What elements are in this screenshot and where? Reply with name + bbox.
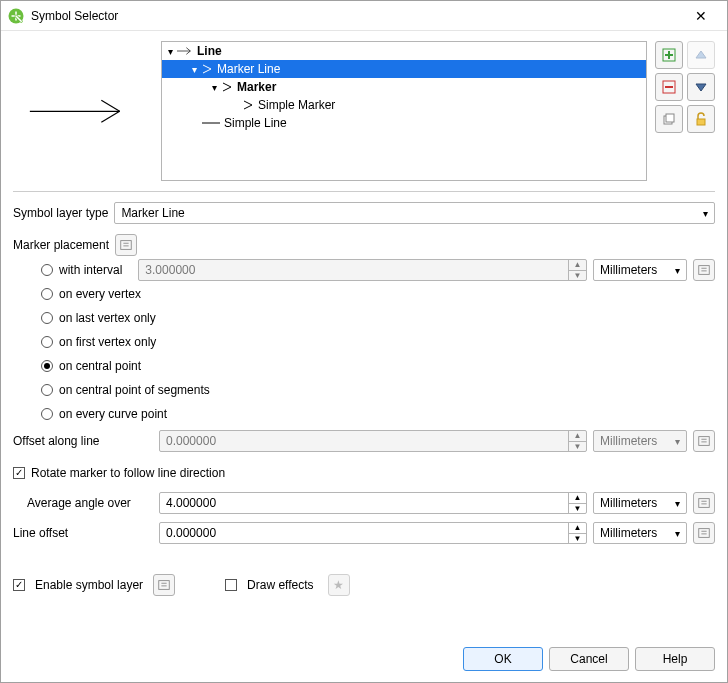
- line-offset-input[interactable]: ▲▼: [159, 522, 587, 544]
- chevron-down-icon: ▾: [212, 82, 217, 93]
- symbol-layer-type-value: Marker Line: [121, 206, 184, 220]
- radio-label: on central point of segments: [59, 383, 210, 397]
- tree-node-marker[interactable]: ▾ Marker: [162, 78, 646, 96]
- svg-rect-14: [699, 266, 710, 275]
- dropdown-icon: ▾: [675, 528, 680, 539]
- rotate-marker-checkbox[interactable]: ✓: [13, 467, 25, 479]
- symbol-layer-type-label: Symbol layer type: [13, 206, 108, 220]
- svg-rect-16: [699, 499, 710, 508]
- data-defined-button[interactable]: [693, 492, 715, 514]
- unit-value: Millimeters: [600, 526, 657, 540]
- spin-up[interactable]: ▲: [569, 431, 586, 441]
- chevron-down-icon: ▾: [168, 46, 173, 57]
- radio-label: on central point: [59, 359, 141, 373]
- line-offset-label: Line offset: [13, 526, 153, 540]
- tree-label: Simple Marker: [258, 98, 335, 112]
- svg-rect-11: [666, 114, 674, 122]
- svg-line-3: [101, 111, 119, 122]
- spin-up[interactable]: ▲: [569, 260, 586, 270]
- data-defined-button[interactable]: [153, 574, 175, 596]
- chevron-down-icon: ▾: [192, 64, 197, 75]
- line-icon: [202, 117, 220, 129]
- dropdown-icon: ▾: [675, 265, 680, 276]
- radio-label: on every curve point: [59, 407, 167, 421]
- help-button[interactable]: Help: [635, 647, 715, 671]
- svg-rect-17: [699, 529, 710, 538]
- line-offset-unit[interactable]: Millimeters▾: [593, 522, 687, 544]
- tree-node-line[interactable]: ▾ Line: [162, 42, 646, 60]
- dropdown-icon: ▾: [675, 436, 680, 447]
- add-layer-button[interactable]: [655, 41, 683, 69]
- svg-line-6: [186, 51, 190, 54]
- data-defined-button[interactable]: [693, 522, 715, 544]
- symbol-layer-type-combo[interactable]: Marker Line ▾: [114, 202, 715, 224]
- radio-label: on every vertex: [59, 287, 141, 301]
- chevron-right-icon: [221, 81, 233, 93]
- ok-button[interactable]: OK: [463, 647, 543, 671]
- interval-unit-combo[interactable]: Millimeters▾: [593, 259, 687, 281]
- tree-node-marker-line[interactable]: ▾ Marker Line: [162, 60, 646, 78]
- radio-every-curve[interactable]: [41, 408, 53, 420]
- window-title: Symbol Selector: [31, 9, 681, 23]
- data-defined-button[interactable]: [115, 234, 137, 256]
- draw-effects-checkbox[interactable]: [225, 579, 237, 591]
- radio-central-point[interactable]: [41, 360, 53, 372]
- data-defined-button[interactable]: [693, 430, 715, 452]
- svg-line-2: [101, 100, 119, 111]
- chevron-right-icon: [242, 99, 254, 111]
- offset-along-input[interactable]: ▲▼: [159, 430, 587, 452]
- tree-node-simple-line[interactable]: Simple Line: [162, 114, 646, 132]
- effects-config-button[interactable]: ★: [328, 574, 350, 596]
- tree-node-simple-marker[interactable]: Simple Marker: [162, 96, 646, 114]
- avg-angle-unit[interactable]: Millimeters▾: [593, 492, 687, 514]
- radio-central-segments[interactable]: [41, 384, 53, 396]
- radio-last-vertex[interactable]: [41, 312, 53, 324]
- radio-label: on last vertex only: [59, 311, 156, 325]
- offset-along-unit[interactable]: Millimeters▾: [593, 430, 687, 452]
- radio-label: with interval: [59, 263, 122, 277]
- rotate-marker-label: Rotate marker to follow line direction: [31, 466, 225, 480]
- enable-layer-label: Enable symbol layer: [35, 578, 143, 592]
- interval-input[interactable]: ▲▼: [138, 259, 587, 281]
- marker-placement-label: Marker placement: [13, 238, 109, 252]
- dropdown-icon: ▾: [675, 498, 680, 509]
- avg-angle-label: Average angle over: [27, 496, 153, 510]
- symbol-preview: [13, 41, 153, 181]
- radio-label: on first vertex only: [59, 335, 156, 349]
- unit-value: Millimeters: [600, 263, 657, 277]
- duplicate-layer-button[interactable]: [655, 105, 683, 133]
- tree-label: Marker: [237, 80, 276, 94]
- radio-every-vertex[interactable]: [41, 288, 53, 300]
- radio-with-interval[interactable]: [41, 264, 53, 276]
- spin-up[interactable]: ▲: [569, 523, 586, 533]
- layer-tree[interactable]: ▾ Line ▾ Marker Line ▾ Marker: [161, 41, 647, 181]
- spin-down[interactable]: ▼: [569, 441, 586, 452]
- dropdown-icon: ▾: [703, 208, 708, 219]
- spin-down[interactable]: ▼: [569, 503, 586, 514]
- svg-rect-13: [121, 241, 132, 250]
- remove-layer-button[interactable]: [655, 73, 683, 101]
- spin-down[interactable]: ▼: [569, 270, 586, 281]
- data-defined-button[interactable]: [693, 259, 715, 281]
- close-button[interactable]: ✕: [681, 8, 721, 24]
- svg-rect-18: [159, 581, 170, 590]
- spin-up[interactable]: ▲: [569, 493, 586, 503]
- tree-label: Marker Line: [217, 62, 280, 76]
- move-down-button[interactable]: [687, 73, 715, 101]
- offset-along-label: Offset along line: [13, 434, 153, 448]
- radio-first-vertex[interactable]: [41, 336, 53, 348]
- enable-symbol-layer-checkbox[interactable]: ✓: [13, 579, 25, 591]
- draw-effects-label: Draw effects: [247, 578, 313, 592]
- avg-angle-input[interactable]: ▲▼: [159, 492, 587, 514]
- move-up-button[interactable]: [687, 41, 715, 69]
- cancel-button[interactable]: Cancel: [549, 647, 629, 671]
- svg-line-5: [186, 48, 190, 51]
- unit-value: Millimeters: [600, 434, 657, 448]
- tree-label: Line: [197, 44, 222, 58]
- placement-with-interval-row: with interval ▲▼ Millimeters▾: [27, 258, 715, 282]
- lock-button[interactable]: [687, 105, 715, 133]
- spin-down[interactable]: ▼: [569, 533, 586, 544]
- app-icon: [7, 7, 25, 25]
- unit-value: Millimeters: [600, 496, 657, 510]
- svg-rect-15: [699, 437, 710, 446]
